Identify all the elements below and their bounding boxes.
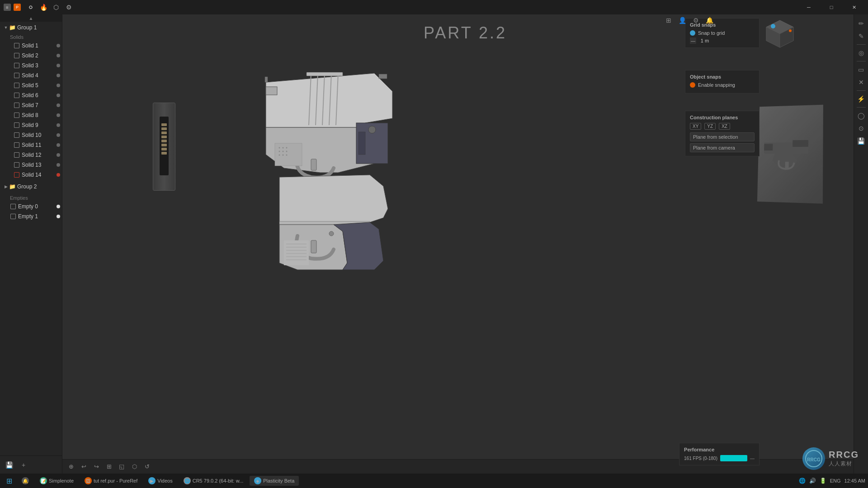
minimize-button[interactable]: ─ bbox=[798, 0, 819, 14]
taskbar-pureref[interactable]: 🖼 tut ref.pur - PureRef bbox=[80, 476, 142, 486]
svg-rect-6 bbox=[266, 87, 277, 95]
fps-label: 161 FPS (0-180) bbox=[684, 456, 717, 461]
axis-xy-btn[interactable]: XY bbox=[690, 123, 701, 130]
sidebar-add-btn[interactable]: + bbox=[18, 460, 29, 470]
notification-icon[interactable]: 🔔 bbox=[704, 15, 714, 25]
snap-toggle-dot[interactable] bbox=[690, 30, 695, 36]
lightning-tool[interactable]: ⚡ bbox=[856, 94, 867, 104]
solid-item-14[interactable]: Solid 14 bbox=[0, 170, 62, 180]
solid-icon-5 bbox=[14, 82, 20, 89]
vp-tool-4[interactable]: ⊞ bbox=[104, 462, 114, 472]
solid-item-8[interactable]: Solid 8 bbox=[0, 110, 62, 120]
taskbar-videos[interactable]: ▶ Videos bbox=[144, 476, 177, 486]
empty-item-1[interactable]: Empty 1 bbox=[0, 211, 62, 221]
axis-yz-btn[interactable]: YZ bbox=[704, 123, 716, 130]
object-snaps-title: Object snaps bbox=[690, 74, 755, 80]
snap-tool[interactable]: ◎ bbox=[856, 47, 867, 58]
solid-dot-4 bbox=[57, 74, 60, 77]
solid-item-5[interactable]: Solid 5 bbox=[0, 80, 62, 90]
scroll-up-button[interactable]: ▲ bbox=[0, 14, 62, 22]
solid-item-12[interactable]: Solid 12 bbox=[0, 150, 62, 160]
plasticity-icon[interactable]: P bbox=[14, 4, 21, 11]
fps-bar bbox=[720, 455, 747, 461]
window-controls: ─ □ ✕ bbox=[798, 0, 864, 14]
vp-tool-7[interactable]: ↺ bbox=[142, 462, 152, 472]
svg-marker-25 bbox=[279, 175, 388, 225]
svg-point-14 bbox=[283, 147, 284, 149]
network-icon: 🌐 bbox=[799, 478, 806, 484]
solid-dot-3 bbox=[57, 64, 60, 67]
taskbar-browser[interactable]: 🌐 CR5 79.0.2 (64-bit: w... bbox=[179, 476, 248, 486]
solid-item-11[interactable]: Solid 11 bbox=[0, 140, 62, 150]
plane-from-selection-btn[interactable]: Plane from selection bbox=[690, 132, 755, 141]
nav-cube-svg bbox=[764, 18, 796, 50]
solid-dot-5 bbox=[57, 84, 60, 87]
solid-item-4[interactable]: Solid 4 bbox=[0, 70, 62, 80]
solid-item-9[interactable]: Solid 9 bbox=[0, 120, 62, 130]
simplenote-label: Simplenote bbox=[49, 478, 74, 483]
system-time: 12:45 AM bbox=[844, 478, 865, 484]
vp-tool-2[interactable]: ↩ bbox=[79, 462, 89, 472]
vp-tool-6[interactable]: ⬡ bbox=[129, 462, 139, 472]
object-snap-toggle[interactable] bbox=[690, 82, 695, 88]
folder-icon-2: 📁 bbox=[9, 183, 15, 190]
solid-item-13[interactable]: Solid 13 bbox=[0, 160, 62, 170]
vp-tool-5[interactable]: ◱ bbox=[117, 462, 127, 472]
save-tool[interactable]: 💾 bbox=[856, 136, 867, 146]
solid-icon-8 bbox=[14, 112, 20, 118]
vp-tool-3[interactable]: ↪ bbox=[91, 462, 101, 472]
taskbar-simplenote[interactable]: 📝 Simplenote bbox=[35, 476, 78, 486]
solid-item-2[interactable]: Solid 2 bbox=[0, 51, 62, 61]
construction-planes-title: Construction planes bbox=[690, 115, 755, 120]
taskbar-plasticity[interactable]: ◈ Plasticity Beta bbox=[250, 476, 299, 486]
empty-icon-0 bbox=[10, 203, 16, 210]
draw-tool-1[interactable]: ✏ bbox=[856, 18, 867, 29]
enable-snapping-label: Enable snapping bbox=[698, 82, 755, 88]
solid-item-6[interactable]: Solid 6 bbox=[0, 90, 62, 100]
grid-minus-btn[interactable]: — bbox=[690, 38, 696, 44]
svg-point-21 bbox=[286, 155, 288, 156]
solid-item-1[interactable]: Solid 1 bbox=[0, 41, 62, 51]
target-tool[interactable]: ⊙ bbox=[856, 123, 867, 134]
empty-label-0: Empty 0 bbox=[18, 203, 57, 210]
svg-rect-39 bbox=[764, 144, 773, 150]
notif-icon: 🔔 bbox=[22, 477, 29, 484]
navigation-cube[interactable] bbox=[764, 18, 796, 50]
solid-item-3[interactable]: Solid 3 bbox=[0, 61, 62, 70]
person-icon[interactable]: 👤 bbox=[677, 15, 687, 25]
group1-item[interactable]: ▼ 📁 Group 1 bbox=[0, 23, 62, 33]
watermark: RRCG RRCG 人人素材 bbox=[802, 447, 859, 470]
table-icon[interactable]: ⊞ bbox=[664, 15, 674, 25]
fps-minus-btn[interactable]: — bbox=[750, 456, 755, 461]
svg-rect-29 bbox=[311, 240, 316, 253]
axis-xz-btn[interactable]: XZ bbox=[719, 123, 730, 130]
rect-tool[interactable]: ▭ bbox=[856, 64, 867, 75]
solid-item-10[interactable]: Solid 10 bbox=[0, 130, 62, 140]
maximize-button[interactable]: □ bbox=[821, 0, 842, 14]
sidebar-save-btn[interactable]: 💾 bbox=[4, 460, 14, 470]
solid-label-2: Solid 2 bbox=[22, 52, 57, 59]
ref-gun-drawing bbox=[761, 135, 820, 172]
tool-icon-4[interactable]: ⚙ bbox=[64, 3, 73, 12]
circle-tool[interactable]: ◯ bbox=[856, 110, 867, 121]
taskbar-notification-icon[interactable]: 🔔 bbox=[17, 476, 33, 486]
plane-from-camera-btn[interactable]: Plane from camera bbox=[690, 143, 755, 152]
tool-icon-3[interactable]: ⬡ bbox=[52, 3, 61, 12]
snap-to-grid-label: Snap to grid bbox=[698, 30, 755, 36]
start-button[interactable]: ⊞ bbox=[3, 474, 15, 487]
solid-label-9: Solid 9 bbox=[22, 122, 57, 128]
solid-item-7[interactable]: Solid 7 bbox=[0, 100, 62, 110]
tool-icon-1[interactable]: ⭘ bbox=[26, 3, 35, 12]
close-tool[interactable]: ✕ bbox=[856, 77, 867, 88]
vp-tool-1[interactable]: ⊕ bbox=[66, 462, 76, 472]
group2-chevron: ▶ bbox=[3, 183, 9, 190]
settings-icon[interactable]: ⚙ bbox=[691, 15, 701, 25]
group2-item[interactable]: ▶ 📁 Group 2 bbox=[0, 182, 62, 192]
close-button[interactable]: ✕ bbox=[844, 0, 864, 14]
svg-rect-42 bbox=[785, 161, 788, 169]
empty-item-0[interactable]: Empty 0 bbox=[0, 202, 62, 211]
draw-tool-2[interactable]: ✎ bbox=[856, 31, 867, 42]
tool-icon-2[interactable]: 🔥 bbox=[39, 3, 48, 12]
app-menu-icon[interactable]: ≡ bbox=[4, 4, 11, 11]
magazine-reference bbox=[153, 103, 175, 191]
